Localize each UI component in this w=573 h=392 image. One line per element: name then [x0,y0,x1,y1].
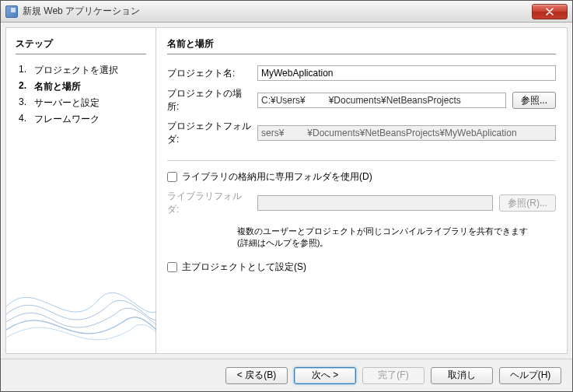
titlebar: 新規 Web アプリケーション [1,1,572,23]
step-item: 4.フレームワーク [16,111,146,128]
window-title: 新規 Web アプリケーション [23,5,140,18]
browse-libs-button: 参照(R)... [499,194,556,212]
content-area: ステップ 1.プロジェクトを選択 2.名前と場所 3.サーバーと設定 4.フレー… [5,27,568,354]
libs-folder-label: ライブラリフォルダ: [167,190,251,216]
step-item: 1.プロジェクトを選択 [16,62,146,79]
main-panel: 名前と場所 プロジェクト名: プロジェクトの場所: 参照... プロジェクトフォ… [156,28,567,353]
steps-heading: ステップ [16,37,146,54]
help-button[interactable]: ヘルプ(H) [499,367,561,384]
wizard-window: 新規 Web アプリケーション ステップ 1.プロジェクトを選択 2.名前と場所… [0,0,573,392]
main-project-label: 主プロジェクトとして設定(S) [182,261,306,274]
libs-note: 複数のユーザーとプロジェクトが同じコンパイルライブラリを共有できます (詳細はヘ… [237,226,556,250]
next-button[interactable]: 次へ > [294,367,356,384]
project-name-input[interactable] [257,65,556,81]
libs-checkbox-row: ライブラリの格納用に専用フォルダを使用(D) [167,170,556,184]
project-folder-label: プロジェクトフォルダ: [167,120,251,146]
project-folder-input [257,125,556,141]
main-project-checkbox-row: 主プロジェクトとして設定(S) [167,261,556,274]
project-name-row: プロジェクト名: [167,65,556,81]
close-button[interactable] [532,4,568,19]
project-location-row: プロジェクトの場所: 参照... [167,87,556,114]
main-project-checkbox[interactable] [167,262,177,272]
project-location-input[interactable] [257,93,506,108]
dedicated-libs-label: ライブラリの格納用に専用フォルダを使用(D) [182,170,372,184]
back-button[interactable]: < 戻る(B) [225,367,288,384]
button-bar: < 戻る(B) 次へ > 完了(F) 取消し ヘルプ(H) [1,359,572,391]
close-icon [546,8,554,16]
step-item: 3.サーバーと設定 [16,95,146,111]
libs-folder-input [257,195,493,211]
browse-location-button[interactable]: 参照... [512,92,556,109]
libs-folder-row: ライブラリフォルダ: 参照(R)... [167,190,556,216]
steps-sidebar: ステップ 1.プロジェクトを選択 2.名前と場所 3.サーバーと設定 4.フレー… [6,28,156,353]
project-folder-row: プロジェクトフォルダ: [167,120,556,146]
dedicated-libs-checkbox[interactable] [167,172,177,182]
step-item: 2.名前と場所 [16,79,146,95]
decorative-waves [6,260,156,353]
app-icon [5,5,18,18]
project-name-label: プロジェクト名: [167,67,251,80]
cancel-button[interactable]: 取消し [431,367,493,384]
panel-heading: 名前と場所 [167,37,556,54]
steps-list: 1.プロジェクトを選択 2.名前と場所 3.サーバーと設定 4.フレームワーク [16,62,146,128]
divider [167,160,556,161]
project-location-label: プロジェクトの場所: [167,87,251,114]
finish-button: 完了(F) [362,367,425,384]
